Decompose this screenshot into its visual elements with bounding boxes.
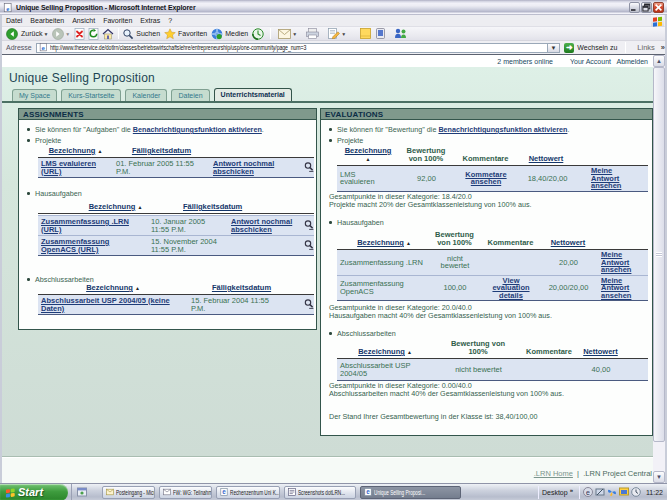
- svg-text:e: e: [366, 488, 370, 495]
- svg-text:e: e: [41, 44, 45, 51]
- svg-text:e: e: [6, 4, 9, 11]
- svg-text:e: e: [586, 489, 590, 496]
- svg-text:e: e: [222, 488, 226, 495]
